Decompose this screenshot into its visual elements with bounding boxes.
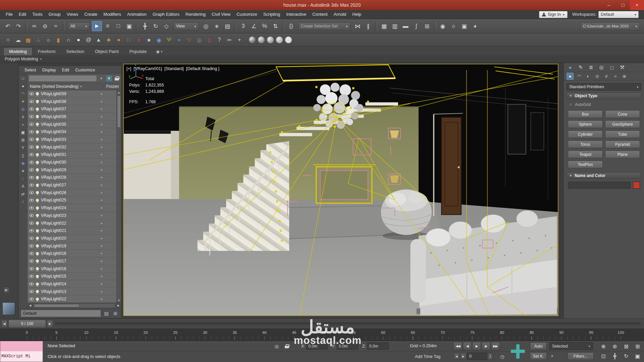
maximize-button[interactable]: □ [616,0,630,10]
snap-toggle-icon[interactable]: 3 [238,21,248,31]
hierarchy-tab-icon[interactable]: ≣ [587,64,595,71]
time-configuration-icon[interactable]: ◷ [498,353,506,360]
scrollbar-thumb[interactable] [117,96,121,128]
orbit-icon[interactable]: ↻ [621,351,632,361]
primitive-button-teapot[interactable]: Teapot [568,150,603,158]
display-materials-icon[interactable]: ◉ [20,160,26,166]
sync-selection-icon[interactable]: ⇄ [20,191,26,197]
new-scene-explorer-icon[interactable]: ⊞ [112,310,119,317]
menu-views[interactable]: Views [64,10,81,19]
dome-icon[interactable]: ∩ [64,35,73,45]
utilities-tab-icon[interactable]: ⚒ [619,64,626,71]
eye-icon[interactable] [29,244,34,247]
maximize-viewport-icon[interactable]: ▣ [632,351,643,361]
eye-icon[interactable] [29,191,34,194]
eye-icon[interactable] [29,229,34,232]
selection-lock-icon[interactable] [283,343,290,350]
cameras-icon[interactable]: ⊙ [594,73,601,80]
angle-snap-icon[interactable]: ∠ [249,21,259,31]
menu-create[interactable]: Create [81,10,100,19]
ribbon-toggle-icon[interactable]: ▬ [400,21,411,31]
ribbon-tab-selection[interactable]: Selection [61,48,90,55]
undo-icon[interactable]: ↶ [3,21,13,31]
panel-thumbnail-icon[interactable] [2,302,15,315]
eye-icon[interactable] [29,298,34,301]
next-frame-button[interactable]: ▶ [482,342,490,350]
eye-icon[interactable] [29,252,34,255]
frozen-toggle[interactable]: + [101,191,103,195]
frozen-toggle[interactable]: + [101,274,103,278]
menu-arnold[interactable]: Arnold [331,10,350,19]
z-coordinate-field[interactable]: 0.0m [367,343,389,350]
track-bar[interactable]: 0510152025303540455055606570758085909510… [0,329,644,341]
current-frame-field[interactable]: 0 ▲▼ [467,353,493,360]
layer-explorer-icon[interactable]: ▦ [379,21,389,31]
display-none-icon[interactable]: □ [20,75,26,81]
primitive-button-cylinder[interactable]: Cylinder [568,130,603,138]
menu-animation[interactable]: Animation [124,10,150,19]
scroll-left-icon[interactable]: ◀ [28,303,33,308]
select-by-name-icon[interactable]: ≡ [103,21,113,31]
horizontal-scrollbar[interactable]: ◀ ▶ [28,303,121,308]
help-icon[interactable]: ? [215,35,224,45]
named-selection-set-field[interactable]: Create Selection Set ▾ [298,22,351,30]
time-slider-track[interactable] [55,322,641,325]
sphere-icon[interactable]: ● [74,35,83,45]
ribbon-tab-populate[interactable]: Populate [124,48,152,55]
previous-frame-button[interactable]: ◀ [463,342,472,350]
explorer-menu-edit[interactable]: Edit [59,68,72,72]
named-selection-sets-icon[interactable]: {} [286,21,296,31]
list-item[interactable]: VRayLight020+ [28,235,116,242]
display-spacewarps-icon[interactable]: ≈ [20,121,26,128]
cone-icon[interactable]: ▲ [94,35,103,45]
set-key-button[interactable]: Set K. [530,352,547,360]
list-item[interactable]: VRayLight026+ [28,189,116,197]
name-column-header[interactable]: Name (Sorted Descending) [30,84,78,89]
sample-sphere-4[interactable] [276,37,283,43]
viewport[interactable]: [+][VRayCam001][Standard][Default Shadin… [123,64,558,316]
list-item[interactable]: VRayLight038+ [28,98,116,106]
rectangular-selection-icon[interactable]: □ [113,21,123,31]
select-and-scale-icon[interactable]: ◇ [161,21,171,31]
next-key-button[interactable]: ▶ [460,353,466,360]
workspace-dropdown[interactable]: Default ▾ [598,11,639,18]
list-item[interactable]: VRayLight032+ [28,143,116,151]
project-path-dropdown[interactable]: C:\Users\ah...ds Max 2020 ▾ [580,22,640,30]
list-item[interactable]: VRayLight012+ [28,296,116,303]
eye-icon[interactable] [29,275,34,278]
render-production-icon[interactable]: ◕ [470,21,480,31]
eye-icon[interactable] [29,115,34,118]
systems-icon[interactable]: ⊛ [621,73,628,80]
cloud-icon[interactable]: ☁ [13,35,23,45]
lights-icon[interactable]: ◐ [585,73,592,80]
eye-icon[interactable] [29,130,34,133]
chevron-down-icon[interactable]: ▾ [161,50,163,53]
object-color-swatch[interactable] [633,182,640,189]
minimize-button[interactable]: – [602,0,616,10]
display-geometry-icon[interactable]: ● [20,83,26,89]
sample-sphere-3[interactable] [267,37,274,43]
curve-editor-icon[interactable]: ∫ [411,21,421,31]
glass-sphere-icon[interactable]: ● [174,35,184,45]
menu-civil-view[interactable]: Civil View [209,10,233,19]
polygon-modeling-panel[interactable]: Polygon Modeling [5,57,38,61]
primitive-button-cone[interactable]: Cone [605,110,640,118]
key-filters-button[interactable]: Filters... [568,352,594,360]
display-frozen-icon[interactable]: ∗ [20,168,26,174]
list-item[interactable]: VRayLight036+ [28,113,116,121]
eye-icon[interactable] [29,184,34,187]
eye-icon[interactable] [29,92,34,95]
frozen-toggle[interactable]: + [101,145,103,149]
render-setup-icon[interactable]: ☼ [448,21,459,31]
display-containers-icon[interactable]: ▯ [20,152,26,159]
next-frame-nub[interactable]: ▶ [47,320,53,327]
display-bones-icon[interactable]: Y [20,144,26,151]
previous-key-button[interactable]: ◀ [453,353,460,360]
create-tab-icon[interactable]: + [567,64,574,71]
frozen-toggle[interactable]: + [101,267,103,271]
zoom-extents-all-icon[interactable]: ⊞ [632,342,643,351]
eye-icon[interactable] [29,199,34,202]
ribbon-display-icon[interactable]: ◉ [156,49,159,54]
list-item[interactable]: VRayLight021+ [28,227,116,235]
frozen-toggle[interactable]: + [101,251,103,255]
